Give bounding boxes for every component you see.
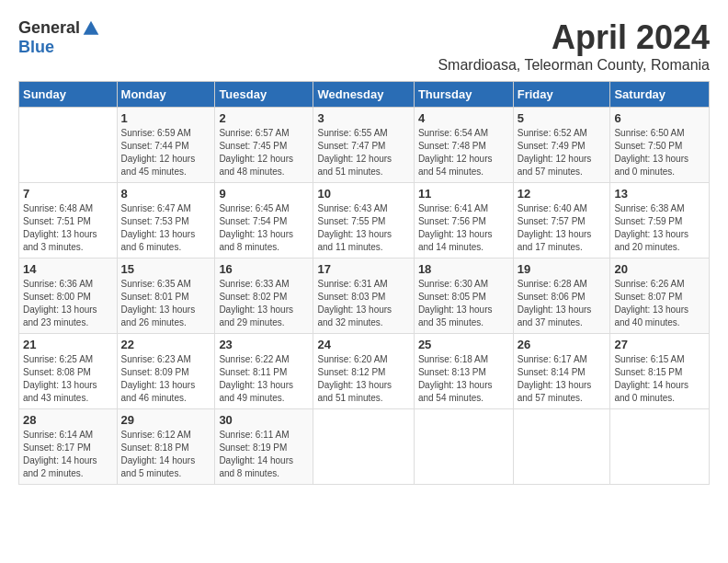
day-number: 8	[121, 187, 211, 201]
cell-info: Sunrise: 6:52 AM Sunset: 7:49 PM Dayligh…	[518, 127, 607, 178]
cell-info: Sunrise: 6:57 AM Sunset: 7:45 PM Dayligh…	[219, 127, 309, 178]
day-number: 4	[418, 111, 509, 125]
logo: General Blue	[18, 18, 100, 57]
cell-info: Sunrise: 6:12 AM Sunset: 8:18 PM Dayligh…	[121, 429, 211, 480]
cell-info: Sunrise: 6:59 AM Sunset: 7:44 PM Dayligh…	[121, 127, 211, 178]
day-number: 28	[23, 413, 113, 427]
day-number: 23	[219, 338, 309, 351]
header-monday: Monday	[117, 82, 215, 108]
logo-blue: Blue	[18, 38, 54, 57]
cell-info: Sunrise: 6:54 AM Sunset: 7:48 PM Dayligh…	[418, 127, 509, 178]
calendar-cell: 23Sunrise: 6:22 AM Sunset: 8:11 PM Dayli…	[215, 334, 313, 409]
subtitle: Smardioasa, Teleorman County, Romania	[438, 57, 710, 74]
calendar-cell: 17Sunrise: 6:31 AM Sunset: 8:03 PM Dayli…	[313, 259, 414, 334]
day-number: 21	[23, 338, 113, 351]
calendar-week-row: 1Sunrise: 6:59 AM Sunset: 7:44 PM Daylig…	[19, 108, 710, 183]
day-number: 17	[317, 262, 409, 276]
cell-info: Sunrise: 6:47 AM Sunset: 7:53 PM Dayligh…	[121, 202, 211, 254]
calendar-cell: 30Sunrise: 6:11 AM Sunset: 8:19 PM Dayli…	[215, 409, 313, 485]
svg-marker-0	[84, 20, 99, 34]
header-saturday: Saturday	[610, 82, 710, 108]
day-number: 15	[121, 262, 211, 276]
day-number: 14	[23, 262, 113, 276]
cell-info: Sunrise: 6:20 AM Sunset: 8:12 PM Dayligh…	[317, 353, 409, 405]
cell-info: Sunrise: 6:33 AM Sunset: 8:02 PM Dayligh…	[219, 278, 309, 329]
calendar-cell	[414, 409, 513, 485]
calendar-cell: 15Sunrise: 6:35 AM Sunset: 8:01 PM Dayli…	[117, 259, 215, 334]
cell-info: Sunrise: 6:35 AM Sunset: 8:01 PM Dayligh…	[121, 278, 211, 329]
day-number: 16	[219, 262, 309, 276]
day-number: 30	[219, 413, 309, 427]
calendar-cell: 3Sunrise: 6:55 AM Sunset: 7:47 PM Daylig…	[313, 108, 414, 183]
calendar-cell: 28Sunrise: 6:14 AM Sunset: 8:17 PM Dayli…	[19, 409, 118, 485]
calendar-cell	[610, 409, 710, 485]
cell-info: Sunrise: 6:45 AM Sunset: 7:54 PM Dayligh…	[219, 202, 309, 254]
cell-info: Sunrise: 6:25 AM Sunset: 8:08 PM Dayligh…	[23, 353, 113, 405]
calendar-week-row: 21Sunrise: 6:25 AM Sunset: 8:08 PM Dayli…	[19, 334, 710, 409]
calendar-week-row: 7Sunrise: 6:48 AM Sunset: 7:51 PM Daylig…	[19, 183, 710, 259]
calendar-cell: 10Sunrise: 6:43 AM Sunset: 7:55 PM Dayli…	[313, 183, 414, 259]
calendar-cell: 12Sunrise: 6:40 AM Sunset: 7:57 PM Dayli…	[513, 183, 610, 259]
day-number: 29	[121, 413, 211, 427]
calendar-cell: 13Sunrise: 6:38 AM Sunset: 7:59 PM Dayli…	[610, 183, 710, 259]
day-number: 18	[418, 262, 509, 276]
cell-info: Sunrise: 6:31 AM Sunset: 8:03 PM Dayligh…	[317, 278, 409, 329]
header-sunday: Sunday	[19, 82, 118, 108]
cell-info: Sunrise: 6:50 AM Sunset: 7:50 PM Dayligh…	[614, 127, 705, 178]
day-number: 6	[614, 111, 705, 125]
cell-info: Sunrise: 6:11 AM Sunset: 8:19 PM Dayligh…	[219, 429, 309, 480]
calendar-cell: 8Sunrise: 6:47 AM Sunset: 7:53 PM Daylig…	[117, 183, 215, 259]
calendar-cell: 24Sunrise: 6:20 AM Sunset: 8:12 PM Dayli…	[313, 334, 414, 409]
calendar-cell: 7Sunrise: 6:48 AM Sunset: 7:51 PM Daylig…	[19, 183, 118, 259]
logo-general: General	[18, 18, 80, 38]
calendar-cell: 5Sunrise: 6:52 AM Sunset: 7:49 PM Daylig…	[513, 108, 610, 183]
month-title: April 2024	[438, 18, 710, 57]
calendar-cell: 9Sunrise: 6:45 AM Sunset: 7:54 PM Daylig…	[215, 183, 313, 259]
day-number: 5	[518, 111, 607, 125]
day-number: 3	[317, 111, 409, 125]
calendar-cell: 26Sunrise: 6:17 AM Sunset: 8:14 PM Dayli…	[513, 334, 610, 409]
calendar-cell: 4Sunrise: 6:54 AM Sunset: 7:48 PM Daylig…	[414, 108, 513, 183]
calendar-cell: 11Sunrise: 6:41 AM Sunset: 7:56 PM Dayli…	[414, 183, 513, 259]
title-block: April 2024 Smardioasa, Teleorman County,…	[438, 18, 710, 74]
calendar-table: SundayMondayTuesdayWednesdayThursdayFrid…	[18, 81, 710, 485]
cell-info: Sunrise: 6:17 AM Sunset: 8:14 PM Dayligh…	[518, 353, 607, 405]
day-number: 24	[317, 338, 409, 351]
day-number: 26	[518, 338, 607, 351]
calendar-cell: 19Sunrise: 6:28 AM Sunset: 8:06 PM Dayli…	[513, 259, 610, 334]
day-number: 13	[614, 187, 705, 201]
page-header: General Blue April 2024 Smardioasa, Tele…	[18, 18, 710, 74]
header-tuesday: Tuesday	[215, 82, 313, 108]
calendar-cell: 27Sunrise: 6:15 AM Sunset: 8:15 PM Dayli…	[610, 334, 710, 409]
calendar-week-row: 14Sunrise: 6:36 AM Sunset: 8:00 PM Dayli…	[19, 259, 710, 334]
cell-info: Sunrise: 6:23 AM Sunset: 8:09 PM Dayligh…	[121, 353, 211, 405]
cell-info: Sunrise: 6:28 AM Sunset: 8:06 PM Dayligh…	[518, 278, 607, 329]
cell-info: Sunrise: 6:22 AM Sunset: 8:11 PM Dayligh…	[219, 353, 309, 405]
day-number: 11	[418, 187, 509, 201]
day-number: 27	[614, 338, 705, 351]
day-number: 7	[23, 187, 113, 201]
cell-info: Sunrise: 6:18 AM Sunset: 8:13 PM Dayligh…	[418, 353, 509, 405]
calendar-cell	[313, 409, 414, 485]
calendar-cell	[513, 409, 610, 485]
calendar-cell: 14Sunrise: 6:36 AM Sunset: 8:00 PM Dayli…	[19, 259, 118, 334]
calendar-header-row: SundayMondayTuesdayWednesdayThursdayFrid…	[19, 82, 710, 108]
cell-info: Sunrise: 6:15 AM Sunset: 8:15 PM Dayligh…	[614, 353, 705, 405]
cell-info: Sunrise: 6:55 AM Sunset: 7:47 PM Dayligh…	[317, 127, 409, 178]
cell-info: Sunrise: 6:38 AM Sunset: 7:59 PM Dayligh…	[614, 202, 705, 254]
calendar-cell: 22Sunrise: 6:23 AM Sunset: 8:09 PM Dayli…	[117, 334, 215, 409]
cell-info: Sunrise: 6:41 AM Sunset: 7:56 PM Dayligh…	[418, 202, 509, 254]
cell-info: Sunrise: 6:14 AM Sunset: 8:17 PM Dayligh…	[23, 429, 113, 480]
calendar-cell: 18Sunrise: 6:30 AM Sunset: 8:05 PM Dayli…	[414, 259, 513, 334]
cell-info: Sunrise: 6:43 AM Sunset: 7:55 PM Dayligh…	[317, 202, 409, 254]
day-number: 19	[518, 262, 607, 276]
day-number: 25	[418, 338, 509, 351]
cell-info: Sunrise: 6:26 AM Sunset: 8:07 PM Dayligh…	[614, 278, 705, 329]
cell-info: Sunrise: 6:48 AM Sunset: 7:51 PM Dayligh…	[23, 202, 113, 254]
calendar-cell	[19, 108, 118, 183]
calendar-cell: 25Sunrise: 6:18 AM Sunset: 8:13 PM Dayli…	[414, 334, 513, 409]
cell-info: Sunrise: 6:30 AM Sunset: 8:05 PM Dayligh…	[418, 278, 509, 329]
logo-icon	[82, 19, 100, 38]
day-number: 10	[317, 187, 409, 201]
calendar-cell: 16Sunrise: 6:33 AM Sunset: 8:02 PM Dayli…	[215, 259, 313, 334]
